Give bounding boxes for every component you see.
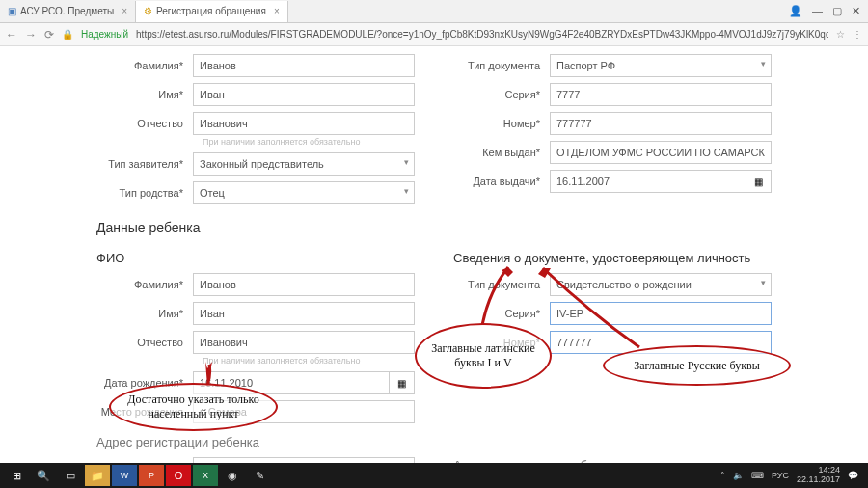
word-icon[interactable]: W — [112, 465, 137, 486]
search-icon[interactable]: 🔍 — [31, 465, 56, 486]
bookmark-icon[interactable]: ☆ — [836, 29, 845, 40]
calendar-icon[interactable]: ▦ — [746, 170, 772, 193]
hint-text: При наличии заполняется обязательно — [203, 356, 415, 366]
surname-input[interactable] — [193, 54, 415, 77]
relation-select[interactable]: Отец — [193, 181, 415, 204]
address-bar: ← → ⟳ 🔒 Надежный https://etest.asurso.ru… — [0, 23, 868, 46]
label: Серия* — [453, 308, 550, 319]
excel-icon[interactable]: X — [193, 465, 218, 486]
label: Отчество — [96, 118, 193, 129]
tab-active[interactable]: ⚙Регистрация обращения× — [136, 1, 288, 22]
child-fio-column: ФИО Фамилия* Имя* Отчество При наличии з… — [96, 243, 415, 488]
child-patronymic-input[interactable] — [193, 331, 415, 354]
child-doc-type-select[interactable]: Свидетельство о рождении — [550, 273, 772, 296]
lock-icon: 🔒 — [62, 29, 73, 40]
app-icon[interactable]: ✎ — [247, 465, 272, 486]
child-doc-series-input[interactable] — [550, 302, 772, 325]
close-icon[interactable]: × — [274, 6, 280, 16]
reload-icon[interactable]: ⟳ — [44, 28, 54, 41]
opera-icon[interactable]: O — [166, 465, 191, 486]
subsection-title: Адрес регистрации ребенка — [96, 435, 415, 449]
annotation-bubble: Достаточно указать только населенный пун… — [109, 383, 278, 431]
section-title: Данные ребенка — [96, 220, 772, 235]
subsection-title: Сведения о документе, удостоверяющем лич… — [453, 251, 772, 265]
calendar-icon[interactable]: ▦ — [390, 371, 415, 394]
doc-type-select[interactable]: Паспорт РФ — [550, 54, 772, 77]
close-window-icon[interactable]: ✕ — [852, 5, 860, 17]
task-view-icon[interactable]: ▭ — [58, 465, 83, 486]
tab-inactive[interactable]: ▣АСУ РСО. Предметы× — [0, 1, 136, 22]
label: Фамилия* — [96, 279, 193, 290]
label: Тип документа — [453, 60, 550, 71]
maximize-icon[interactable]: ▢ — [832, 5, 842, 17]
label: Имя* — [96, 89, 193, 100]
subsection-title: ФИО — [96, 251, 415, 265]
label: Имя* — [96, 308, 193, 319]
clock[interactable]: 14:2422.11.2017 — [797, 466, 840, 485]
annotation-bubble: Заглавные латинские буквы I и V — [415, 323, 552, 389]
label: Кем выдан* — [453, 147, 550, 158]
patronymic-input[interactable] — [193, 112, 415, 135]
doc-number-input[interactable] — [550, 112, 772, 135]
url-field[interactable]: https://etest.asurso.ru/Modules/FIRSTGRA… — [136, 29, 828, 40]
chrome-icon[interactable]: ◉ — [220, 465, 245, 486]
user-icon[interactable]: 👤 — [789, 5, 802, 17]
label: Тип документа — [453, 279, 550, 290]
label: Тип родства* — [96, 187, 193, 199]
taskbar: ⊞ 🔍 ▭ 📁 W P O X ◉ ✎ ˄ 🔈 ⌨ РУС 14:2422.11… — [0, 463, 868, 488]
menu-icon[interactable]: ⋮ — [853, 29, 862, 40]
back-icon[interactable]: ← — [6, 28, 17, 41]
powerpoint-icon[interactable]: P — [139, 465, 164, 486]
document-column: Тип документаПаспорт РФ Серия* Номер* Ке… — [453, 54, 772, 210]
forward-icon[interactable]: → — [25, 28, 37, 41]
explorer-icon[interactable]: 📁 — [85, 465, 110, 486]
browser-tabs: ▣АСУ РСО. Предметы× ⚙Регистрация обращен… — [0, 0, 868, 23]
label: Фамилия* — [96, 60, 193, 71]
applicant-column: Фамилия* Имя* Отчество При наличии запол… — [96, 54, 415, 210]
label: Дата выдачи* — [453, 176, 550, 187]
hint-text: При наличии заполняется обязательно — [203, 137, 415, 147]
close-icon[interactable]: × — [122, 6, 127, 16]
doc-series-input[interactable] — [550, 83, 772, 106]
name-input[interactable] — [193, 83, 415, 106]
volume-icon[interactable]: 🔈 — [733, 471, 744, 480]
secure-label: Надежный — [81, 29, 128, 40]
label: Серия* — [453, 89, 550, 100]
doc-date-input[interactable] — [550, 170, 746, 193]
child-surname-input[interactable] — [193, 273, 415, 296]
doc-issued-input[interactable] — [550, 141, 772, 164]
language-indicator[interactable]: РУС — [772, 471, 789, 480]
label: Тип заявителя* — [96, 158, 193, 170]
label: Отчество — [96, 337, 193, 348]
applicant-type-select[interactable]: Законный представитель — [193, 152, 415, 176]
keyboard-icon[interactable]: ⌨ — [751, 471, 764, 480]
annotation-bubble: Заглавные Русские буквы — [603, 345, 791, 386]
start-icon[interactable]: ⊞ — [4, 465, 29, 486]
notifications-icon[interactable]: 💬 — [848, 471, 858, 480]
tray-icon[interactable]: ˄ — [720, 471, 725, 480]
minimize-icon[interactable]: — — [812, 5, 823, 17]
child-name-input[interactable] — [193, 302, 415, 325]
label: Номер* — [453, 118, 550, 129]
